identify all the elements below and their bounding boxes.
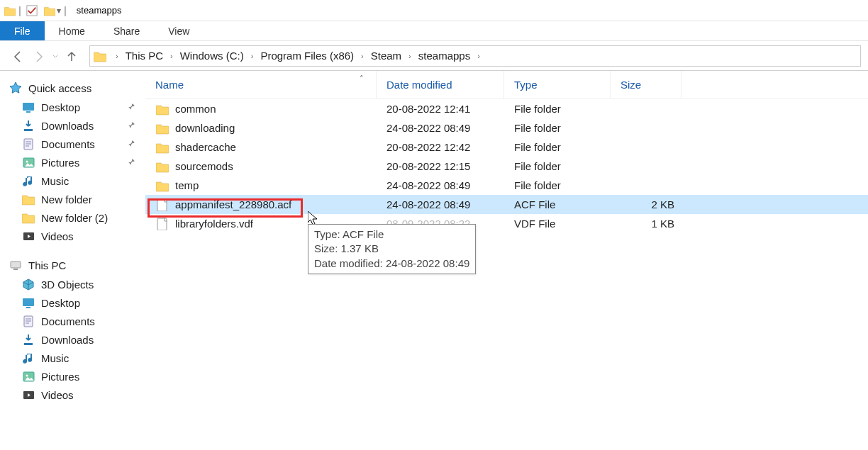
file-name: shadercache xyxy=(175,141,236,153)
sidebar-item[interactable]: New folder (2) xyxy=(6,208,145,227)
music-icon xyxy=(21,174,35,188)
file-type: File folder xyxy=(504,103,611,115)
sidebar-item-label: Downloads xyxy=(41,120,94,132)
window-title: steamapps xyxy=(77,5,122,16)
file-type: File folder xyxy=(504,160,611,172)
sidebar-item-label: Videos xyxy=(41,230,74,242)
forward-button[interactable] xyxy=(28,45,50,67)
desktop-icon xyxy=(21,296,35,310)
main-split: Quick access DesktopDownloadsDocumentsPi… xyxy=(0,71,868,450)
ribbon-tabs: File Home Share View xyxy=(0,21,868,41)
sidebar-item-label: Pictures xyxy=(41,371,79,383)
app-folder-icon xyxy=(4,5,16,16)
file-type: ACF File xyxy=(504,198,611,210)
videos-icon xyxy=(21,229,35,243)
breadcrumb[interactable]: This PC xyxy=(121,46,167,66)
sidebar-item[interactable]: 3D Objects xyxy=(6,275,145,293)
sidebar-item-label: New folder xyxy=(41,193,92,206)
file-type: VDF File xyxy=(504,218,611,230)
sidebar-item[interactable]: Music xyxy=(6,171,145,190)
star-icon xyxy=(9,81,23,95)
sidebar-item[interactable]: Documents xyxy=(6,135,145,153)
title-bar: | ▾ | steamapps xyxy=(0,0,868,21)
file-name: downloading xyxy=(175,122,235,134)
column-size[interactable]: Size xyxy=(611,71,681,99)
quick-access-label: Quick access xyxy=(28,82,91,94)
desktop-icon xyxy=(21,100,35,114)
pin-icon xyxy=(126,120,138,132)
sort-indicator-icon: ˄ xyxy=(347,74,376,84)
sidebar-item[interactable]: Downloads xyxy=(6,116,145,135)
recent-dropdown[interactable] xyxy=(50,45,61,67)
column-date[interactable]: Date modified xyxy=(377,71,504,99)
chevron-right-icon[interactable]: › xyxy=(113,52,121,60)
back-button[interactable] xyxy=(7,45,28,67)
tab-share[interactable]: Share xyxy=(99,21,154,40)
qat-folder-icon[interactable] xyxy=(44,5,55,16)
tooltip-size: Size: 1.37 KB xyxy=(314,242,469,256)
pc-icon xyxy=(9,258,23,272)
column-headers: Name˄ Date modified Type Size xyxy=(145,71,868,99)
breadcrumb[interactable]: steamapps xyxy=(414,46,474,66)
quick-access-group[interactable]: Quick access xyxy=(6,78,145,98)
chevron-right-icon[interactable]: › xyxy=(248,52,257,60)
pictures-icon xyxy=(21,369,35,383)
sidebar-item[interactable]: Videos xyxy=(6,227,145,245)
chevron-right-icon[interactable]: › xyxy=(358,52,367,60)
sidebar-item[interactable]: Music xyxy=(6,349,145,367)
chevron-right-icon[interactable]: › xyxy=(406,52,414,60)
up-button[interactable] xyxy=(61,45,82,67)
file-name: temp xyxy=(175,179,199,191)
file-row[interactable]: libraryfolders.vdf 08-09-2022 08:22 VDF … xyxy=(145,214,868,233)
this-pc-group[interactable]: This PC xyxy=(6,255,145,275)
document-icon xyxy=(21,314,35,328)
file-name: sourcemods xyxy=(175,160,233,172)
breadcrumb[interactable]: Program Files (x86) xyxy=(256,46,358,66)
tab-home[interactable]: Home xyxy=(45,21,99,40)
sidebar-item-label: Downloads xyxy=(41,334,94,346)
chevron-right-icon[interactable]: › xyxy=(167,52,176,60)
file-row[interactable]: downloading 24-08-2022 08:49 File folder xyxy=(145,118,868,137)
sidebar-item[interactable]: Pictures xyxy=(6,367,145,386)
pin-icon xyxy=(126,101,138,113)
3d-icon xyxy=(21,277,35,291)
sidebar-item[interactable]: Downloads xyxy=(6,330,145,349)
sidebar-item[interactable]: Videos xyxy=(6,386,145,404)
tab-view[interactable]: View xyxy=(154,21,204,40)
file-name: common xyxy=(175,103,216,115)
breadcrumb[interactable]: Windows (C:) xyxy=(176,46,248,66)
sidebar-item[interactable]: Desktop xyxy=(6,293,145,312)
chevron-right-icon[interactable]: › xyxy=(474,52,483,60)
sidebar-item[interactable]: Pictures xyxy=(6,153,145,171)
sidebar-item[interactable]: Desktop xyxy=(6,98,145,116)
file-row[interactable]: sourcemods 20-08-2022 12:15 File folder xyxy=(145,157,868,176)
file-date: 24-08-2022 08:49 xyxy=(377,198,504,210)
file-list-pane: Name˄ Date modified Type Size common 20-… xyxy=(145,71,868,450)
qat-checkbox-icon[interactable] xyxy=(26,4,38,17)
sidebar-item[interactable]: New folder xyxy=(6,190,145,208)
address-bar[interactable]: › This PC› Windows (C:)› Program Files (… xyxy=(89,45,861,67)
tab-file[interactable]: File xyxy=(0,21,45,40)
sidebar-item-label: Desktop xyxy=(41,101,80,113)
sidebar-item-label: Pictures xyxy=(41,157,79,169)
qat-overflow-icon[interactable]: ▾ xyxy=(57,6,61,16)
column-type[interactable]: Type xyxy=(504,71,611,99)
this-pc-label: This PC xyxy=(28,259,66,271)
file-row[interactable]: appmanifest_228980.acf 24-08-2022 08:49 … xyxy=(145,195,868,214)
separator: | xyxy=(18,4,21,16)
sidebar-item-label: Desktop xyxy=(41,297,80,309)
sidebar-item-label: 3D Objects xyxy=(41,279,94,291)
file-name: appmanifest_228980.acf xyxy=(175,198,291,210)
file-type: File folder xyxy=(504,141,611,153)
file-row[interactable]: temp 24-08-2022 08:49 File folder xyxy=(145,176,868,195)
document-icon xyxy=(21,137,35,151)
sidebar-item-label: Music xyxy=(41,175,69,187)
column-name[interactable]: Name˄ xyxy=(145,71,377,99)
breadcrumb[interactable]: Steam xyxy=(367,46,406,66)
folder-icon xyxy=(155,179,169,193)
file-row[interactable]: shadercache 20-08-2022 12:42 File folder xyxy=(145,137,868,157)
sidebar-item-label: Music xyxy=(41,352,69,364)
file-row[interactable]: common 20-08-2022 12:41 File folder xyxy=(145,99,868,118)
file-size: 1 KB xyxy=(611,218,681,230)
sidebar-item[interactable]: Documents xyxy=(6,312,145,330)
